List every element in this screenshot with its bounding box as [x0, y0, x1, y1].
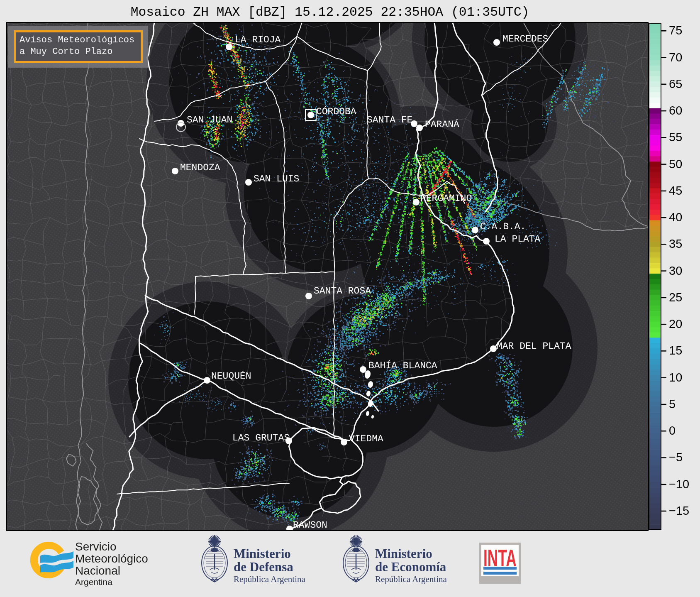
svg-text:SANTA ROSA: SANTA ROSA [314, 286, 371, 296]
svg-text:C.A.B.A.: C.A.B.A. [480, 221, 526, 232]
svg-text:SANTA FE: SANTA FE [367, 115, 412, 125]
svg-text:NEUQUÉN: NEUQUÉN [211, 370, 251, 382]
svg-text:PERGAMINO: PERGAMINO [420, 193, 472, 204]
svg-text:BAHÍA BLANCA: BAHÍA BLANCA [368, 360, 437, 371]
svg-text:SAN JUAN: SAN JUAN [187, 115, 232, 125]
svg-text:CÓRDOBA: CÓRDOBA [316, 106, 356, 117]
svg-text:MERCEDES: MERCEDES [502, 34, 548, 44]
svg-text:LA RIOJA: LA RIOJA [235, 34, 281, 45]
svg-text:VIEDMA: VIEDMA [349, 433, 383, 444]
svg-text:SAN LUIS: SAN LUIS [254, 174, 299, 184]
svg-text:RAWSON: RAWSON [293, 520, 327, 530]
svg-text:MAR DEL PLATA: MAR DEL PLATA [497, 341, 571, 352]
svg-text:MENDOZA: MENDOZA [180, 162, 220, 173]
svg-text:LA PLATA: LA PLATA [495, 234, 541, 245]
svg-text:PARANÁ: PARANÁ [425, 119, 459, 130]
svg-text:LAS GRUTAS: LAS GRUTAS [232, 433, 290, 443]
